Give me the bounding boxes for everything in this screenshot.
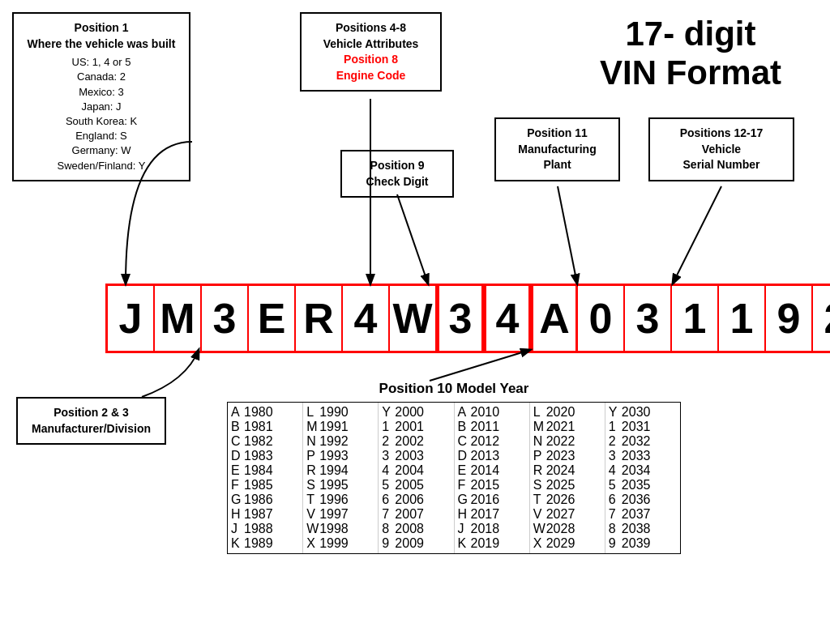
model-year-row: 22032 — [605, 434, 680, 449]
model-year-row: 92009 — [379, 536, 453, 551]
pos48-line3: Position 8 — [310, 52, 432, 68]
model-year-year: 2018 — [471, 522, 500, 536]
model-year-row: M1991 — [303, 420, 378, 434]
model-year-row: H1987 — [228, 507, 302, 522]
model-year-row: P1993 — [303, 449, 378, 463]
model-year-row: C1982 — [228, 434, 302, 449]
model-year-row: X1999 — [303, 536, 378, 551]
model-year-year: 1990 — [319, 405, 349, 420]
model-year-row: R1994 — [303, 463, 378, 478]
model-year-letter: V — [306, 507, 319, 522]
model-year-row: W2028 — [530, 522, 605, 536]
model-year-year: 2033 — [622, 449, 651, 463]
model-year-year: 2008 — [395, 522, 424, 536]
model-year-letter: 9 — [609, 536, 622, 551]
model-year-year: 2005 — [395, 478, 424, 493]
model-year-year: 1983 — [244, 449, 273, 463]
model-year-letter: L — [533, 405, 546, 420]
model-year-letter: 1 — [382, 420, 395, 434]
model-year-year: 2004 — [395, 463, 424, 478]
vin-char-2: 3 — [202, 286, 249, 351]
model-year-row: A1980 — [228, 405, 302, 420]
model-year-letter: D — [231, 449, 244, 463]
model-year-letter: J — [231, 522, 244, 536]
model-year-year: 2022 — [546, 434, 575, 449]
pos1-box: Position 1Where the vehicle was built US… — [12, 12, 190, 181]
model-year-letter: T — [306, 493, 319, 507]
pos48-line2: Vehicle Attributes — [310, 36, 432, 53]
model-year-letter: 4 — [382, 463, 395, 478]
model-year-year: 2002 — [395, 434, 424, 449]
pos9-line1: Position 9 — [350, 158, 444, 174]
model-year-letter: P — [306, 449, 319, 463]
model-year-year: 2039 — [622, 536, 651, 551]
model-year-letter: L — [306, 405, 319, 420]
model-year-letter: 9 — [382, 536, 395, 551]
model-year-letter: 8 — [382, 522, 395, 536]
model-year-row: J2018 — [455, 522, 529, 536]
pos11-line1: Position 11 — [504, 126, 610, 142]
vin-char-12: 1 — [672, 286, 719, 351]
model-year-letter: 3 — [382, 449, 395, 463]
model-year-row: R2024 — [530, 463, 605, 478]
model-year-year: 2013 — [471, 449, 500, 463]
model-year-row: F2015 — [455, 478, 529, 493]
model-year-letter: 1 — [609, 420, 622, 434]
model-year-letter: N — [533, 434, 546, 449]
model-year-table: A1980B1981C1982D1983E1984F1985G1986H1987… — [227, 402, 681, 554]
model-year-row: D1983 — [228, 449, 302, 463]
model-year-letter: H — [231, 507, 244, 522]
model-year-letter: J — [458, 522, 471, 536]
model-year-letter: E — [231, 463, 244, 478]
model-year-row: E1984 — [228, 463, 302, 478]
model-year-letter: X — [306, 536, 319, 551]
vin-char-14: 9 — [766, 286, 813, 351]
model-year-year: 2009 — [395, 536, 424, 551]
model-year-letter: W — [306, 522, 319, 536]
model-year-row: B1981 — [228, 420, 302, 434]
pos1-title: Position 1Where the vehicle was built — [22, 20, 181, 52]
pos1217-line1: Positions 12-17 — [658, 126, 785, 142]
model-year-col-0: A1980B1981C1982D1983E1984F1985G1986H1987… — [228, 403, 303, 553]
model-year-year: 2010 — [471, 405, 500, 420]
model-year-year: 1998 — [319, 522, 349, 536]
model-year-row: S2025 — [530, 478, 605, 493]
model-year-year: 2012 — [471, 434, 500, 449]
model-year-year: 1981 — [244, 420, 273, 434]
model-year-letter: F — [458, 478, 471, 493]
vin-strip: JM3ER4W34A0311928 — [105, 284, 830, 353]
model-year-year: 2024 — [546, 463, 575, 478]
model-year-year: 1991 — [319, 420, 349, 434]
model-year-letter: B — [231, 420, 244, 434]
model-year-letter: G — [458, 493, 471, 507]
pos48-box: Positions 4-8 Vehicle Attributes Positio… — [300, 12, 442, 92]
model-year-year: 1987 — [244, 507, 273, 522]
model-year-letter: M — [306, 420, 319, 434]
model-year-year: 2011 — [471, 420, 500, 434]
model-year-row: 42034 — [605, 463, 680, 478]
model-year-letter: N — [306, 434, 319, 449]
model-year-letter: 5 — [609, 478, 622, 493]
model-year-row: D2013 — [455, 449, 529, 463]
model-year-year: 1984 — [244, 463, 273, 478]
model-year-year: 1980 — [244, 405, 273, 420]
model-year-year: 2034 — [622, 463, 651, 478]
model-year-letter: B — [458, 420, 471, 434]
model-year-letter: 2 — [609, 434, 622, 449]
model-year-row: 22002 — [379, 434, 453, 449]
model-year-year: 1988 — [244, 522, 273, 536]
model-year-year: 2016 — [471, 493, 500, 507]
model-year-row: K2019 — [455, 536, 529, 551]
model-year-col-1: L1990M1991N1992P1993R1994S1995T1996V1997… — [303, 403, 379, 553]
model-year-row: J1988 — [228, 522, 302, 536]
vin-char-13: 1 — [719, 286, 766, 351]
model-year-letter: D — [458, 449, 471, 463]
vin-char-15: 2 — [813, 286, 830, 351]
model-year-letter: 5 — [382, 478, 395, 493]
model-year-year: 1985 — [244, 478, 273, 493]
model-year-row: L1990 — [303, 405, 378, 420]
model-year-letter: E — [458, 463, 471, 478]
model-year-letter: 8 — [609, 522, 622, 536]
model-year-year: 2036 — [622, 493, 651, 507]
model-year-year: 2015 — [471, 478, 500, 493]
